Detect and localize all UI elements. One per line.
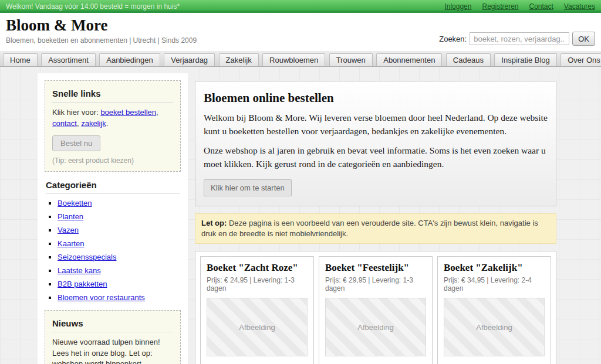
site-header: Bloom & More Bloemen, boeketten en abonn…: [0, 13, 601, 52]
category-item: B2B pakketten: [58, 280, 180, 288]
quick-links-title: Snelle links: [52, 89, 173, 103]
nav-item-abonnementen[interactable]: Abonnementen: [376, 53, 442, 66]
product-meta: Prijs: € 24,95 | Levering: 1-3 dagen: [207, 276, 308, 292]
separator: .: [106, 119, 109, 128]
nav-item-home[interactable]: Home: [3, 53, 38, 66]
main-column: Bloemen online bestellen Welkom bij Bloo…: [195, 81, 556, 364]
quick-link-contact[interactable]: contact: [52, 119, 77, 128]
order-tip: (Tip: eerst product kiezen): [52, 157, 173, 165]
nav-item-aanbiedingen[interactable]: Aanbiedingen: [99, 53, 160, 66]
category-link-b2b-pakketten[interactable]: B2B pakketten: [58, 280, 107, 288]
category-link-bloemen-voor-restaurants[interactable]: Bloemen voor restaurants: [58, 293, 145, 302]
category-link-planten[interactable]: Planten: [58, 212, 83, 221]
notice-text: Deze pagina is een voorbeeld van een ver…: [201, 219, 538, 238]
nav-item-rouwbloemen[interactable]: Rouwbloemen: [262, 53, 325, 66]
search-input[interactable]: [470, 32, 569, 45]
hero-box: Bloemen online bestellen Welkom bij Bloo…: [195, 81, 556, 206]
quick-link-zakelijk[interactable]: zakelijk: [81, 119, 106, 128]
nav-item-verjaardag[interactable]: Verjaardag: [164, 53, 215, 66]
product-meta: Prijs: € 29,95 | Levering: 1-3 dagen: [325, 276, 426, 292]
product-image-placeholder: Afbeelding: [444, 298, 545, 356]
content-area: Snelle links Klik hier voor: boeket best…: [38, 73, 556, 364]
category-link-laatste-kans[interactable]: Laatste kans: [58, 266, 101, 275]
category-item: Seizoensspecials: [58, 253, 180, 261]
main-nav: Home Assortiment Aanbiedingen Verjaardag…: [0, 52, 601, 67]
order-now-button[interactable]: Bestel nu: [52, 135, 100, 151]
category-item: Bloemen voor restaurants: [58, 293, 180, 302]
nav-item-over-ons[interactable]: Over Ons: [561, 53, 601, 66]
image-placeholder-label: Afbeelding: [239, 323, 275, 332]
login-link[interactable]: Inloggen: [444, 2, 471, 11]
nav-item-inspiratie-blog[interactable]: Inspiratie Blog: [494, 53, 556, 66]
news-box: Nieuws Nieuwe voorraad tulpen binnen! Le…: [45, 310, 181, 364]
search-area: Zoeken:OK: [439, 32, 595, 46]
separator: ,: [156, 108, 158, 117]
category-link-kaarten[interactable]: Kaarten: [58, 239, 85, 248]
quick-links-box: Snelle links Klik hier voor: boeket best…: [45, 80, 181, 172]
quick-link-boeket-bestellen[interactable]: boeket bestellen: [100, 108, 156, 117]
product-card-feestelijk: Boeket "Feestelijk" Prijs: € 29,95 | Lev…: [319, 256, 433, 364]
categories-list: Boeketten Planten Vazen Kaarten Seizoens…: [46, 199, 180, 302]
sidebar: Snelle links Klik hier voor: boeket best…: [38, 73, 188, 364]
announcement-bar: Welkom! Vandaag vóór 14:00 besteld = mor…: [0, 0, 601, 13]
nav-item-cadeaus[interactable]: Cadeaus: [446, 53, 491, 66]
news-title: Nieuws: [52, 318, 173, 332]
nav-item-assortiment[interactable]: Assortiment: [41, 53, 96, 66]
quick-links-text: Klik hier voor: boeket bestellen, contac…: [52, 107, 173, 130]
product-card-zakelijk: Boeket "Zakelijk" Prijs: € 34,95 | Lever…: [437, 256, 551, 364]
product-title: Boeket "Feestelijk": [325, 262, 426, 274]
image-placeholder-label: Afbeelding: [476, 323, 512, 332]
category-link-vazen[interactable]: Vazen: [58, 226, 79, 234]
notice-banner: Let op: Deze pagina is een voorbeeld van…: [195, 213, 556, 244]
category-link-seizoensspecials[interactable]: Seizoensspecials: [58, 253, 116, 261]
product-card-zacht-roze: Boeket "Zacht Roze" Prijs: € 24,95 | Lev…: [200, 256, 314, 364]
product-title: Boeket "Zacht Roze": [207, 262, 308, 274]
topbar-links: InloggenRegistrerenContactVacatures: [434, 0, 595, 11]
news-text: Nieuwe voorraad tulpen binnen! Lees het …: [52, 337, 173, 364]
category-item: Vazen: [58, 226, 180, 234]
notice-label: Let op:: [201, 219, 227, 227]
vacancies-link[interactable]: Vacatures: [564, 2, 595, 11]
category-item: Boeketten: [58, 199, 180, 207]
category-item: Planten: [58, 212, 180, 221]
categories-section: Categorieën Boeketten Planten Vazen Kaar…: [46, 180, 180, 302]
contact-link[interactable]: Contact: [529, 2, 553, 11]
announcement-text: Welkom! Vandaag vóór 14:00 besteld = mor…: [6, 0, 180, 11]
quick-links-intro: Klik hier voor:: [52, 108, 100, 117]
image-placeholder-label: Afbeelding: [357, 323, 393, 332]
product-image-placeholder: Afbeelding: [325, 298, 426, 356]
product-meta: Prijs: € 34,95 | Levering: 2-4 dagen: [444, 276, 545, 292]
category-link-boeketten[interactable]: Boeketten: [58, 199, 92, 207]
product-image-placeholder: Afbeelding: [207, 298, 308, 356]
product-title: Boeket "Zakelijk": [444, 262, 545, 274]
hero-paragraph-2: Onze webshop is al jaren in gebruik en b…: [204, 144, 548, 171]
nav-item-zakelijk[interactable]: Zakelijk: [219, 53, 259, 66]
hero-paragraph-1: Welkom bij Bloom & More. Wij leveren ver…: [204, 111, 548, 138]
product-row: Boeket "Zacht Roze" Prijs: € 24,95 | Lev…: [195, 251, 556, 364]
start-cta-button[interactable]: Klik hier om te starten: [204, 179, 292, 196]
categories-title: Categorieën: [46, 180, 180, 194]
page-title: Bloemen online bestellen: [204, 91, 548, 106]
category-item: Kaarten: [58, 239, 180, 248]
category-item: Laatste kans: [58, 266, 180, 275]
nav-item-trouwen[interactable]: Trouwen: [329, 53, 373, 66]
search-submit-button[interactable]: OK: [572, 32, 595, 46]
register-link[interactable]: Registreren: [482, 2, 518, 11]
search-label: Zoeken:: [439, 35, 467, 43]
